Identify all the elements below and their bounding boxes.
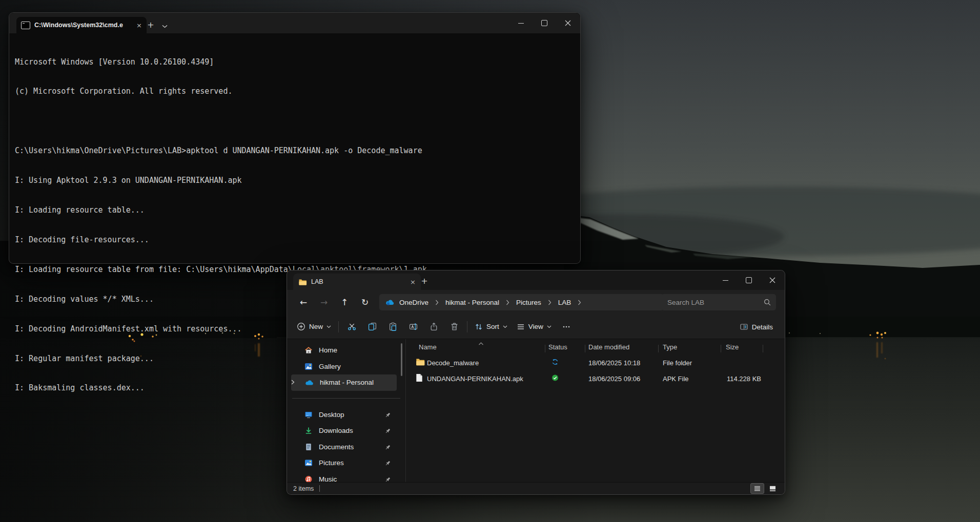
column-header-name[interactable]: Name <box>419 343 437 351</box>
sidebar-item-pictures[interactable]: Pictures <box>287 455 405 471</box>
minimize-button[interactable] <box>713 270 737 290</box>
pin-icon <box>384 444 391 453</box>
terminal-line: I: Using Apktool 2.9.3 on UNDANGAN-PERNI… <box>15 176 574 185</box>
breadcrumb-item-pictures[interactable]: Pictures <box>513 297 545 308</box>
chevron-right-icon[interactable] <box>433 300 441 305</box>
terminal-line <box>15 116 574 126</box>
sidebar-item-label: Music <box>319 475 337 482</box>
sidebar-item-downloads[interactable]: Downloads <box>287 423 405 439</box>
home-icon <box>304 346 313 354</box>
file-type: APK File <box>663 374 689 382</box>
breadcrumb[interactable]: OneDrive hikmat - Personal Pictures LAB <box>379 294 664 310</box>
view-label: View <box>528 323 543 330</box>
sidebar-item-label: Downloads <box>319 427 353 434</box>
explorer-tabbar[interactable]: LAB × + <box>287 270 785 290</box>
column-divider[interactable] <box>721 345 721 352</box>
pin-icon <box>384 411 391 421</box>
new-tab-button[interactable]: + <box>144 18 158 32</box>
explorer-tab-title: LAB <box>311 278 406 285</box>
column-header-status[interactable]: Status <box>548 343 567 351</box>
desktop: C:\Windows\System32\cmd.e × + Microsoft … <box>0 0 980 522</box>
view-button[interactable]: View <box>512 318 556 336</box>
chevron-right-icon[interactable] <box>504 300 512 305</box>
sidebar-item-hikmat-personal[interactable]: hikmat - Personal <box>291 374 397 391</box>
column-divider[interactable] <box>585 345 585 352</box>
column-header-type[interactable]: Type <box>663 343 677 351</box>
chevron-right-icon[interactable] <box>289 379 296 388</box>
more-options-button[interactable] <box>556 318 577 336</box>
close-button[interactable] <box>556 13 580 33</box>
close-button[interactable] <box>761 270 784 290</box>
column-divider[interactable] <box>763 345 763 352</box>
tab-close-icon[interactable]: × <box>410 279 416 285</box>
search-box[interactable] <box>661 294 776 310</box>
chevron-down-icon <box>547 325 552 328</box>
up-button[interactable]: ↑ <box>334 294 355 311</box>
sort-button[interactable]: Sort <box>470 318 512 336</box>
sidebar-item-label: Documents <box>319 443 354 451</box>
file-icon <box>416 373 423 383</box>
refresh-button[interactable]: ↻ <box>355 294 375 311</box>
sort-icon <box>475 323 483 331</box>
maximize-button[interactable] <box>737 270 761 290</box>
chevron-right-icon[interactable] <box>576 300 583 305</box>
plus-circle-icon <box>297 322 305 331</box>
maximize-button[interactable] <box>533 13 556 33</box>
tab-dropdown-icon[interactable] <box>162 21 168 30</box>
new-button[interactable]: New <box>292 318 336 336</box>
folder-icon <box>416 358 425 367</box>
rename-button[interactable] <box>403 318 423 336</box>
cut-button[interactable] <box>341 318 362 336</box>
minimize-button[interactable] <box>509 13 533 33</box>
chevron-right-icon[interactable] <box>546 300 554 305</box>
new-tab-button[interactable]: + <box>417 274 432 288</box>
sidebar-item-documents[interactable]: Documents <box>287 439 405 455</box>
paste-button[interactable] <box>382 318 403 336</box>
sidebar-item-label: hikmat - Personal <box>320 379 374 386</box>
sidebar-item-music[interactable]: Music <box>287 471 405 483</box>
delete-button[interactable] <box>444 318 464 336</box>
sidebar-item-gallery[interactable]: Gallery <box>287 359 405 375</box>
sidebar-item-desktop[interactable]: Desktop <box>287 407 405 423</box>
breadcrumb-item-lab[interactable]: LAB <box>555 297 575 308</box>
breadcrumb-item-onedrive[interactable]: OneDrive <box>396 297 432 308</box>
chevron-down-icon <box>503 325 507 328</box>
terminal-tab-title: C:\Windows\System32\cmd.e <box>34 22 132 29</box>
sidebar-item-label: Pictures <box>319 459 344 467</box>
synced-icon <box>552 374 559 383</box>
details-pane-icon <box>740 323 748 331</box>
column-divider[interactable] <box>658 345 659 352</box>
search-input[interactable] <box>666 298 764 307</box>
back-button[interactable]: ← <box>293 294 314 311</box>
copy-button[interactable] <box>362 318 382 336</box>
share-button[interactable] <box>423 318 444 336</box>
file-row-decode-malware[interactable]: Decode_malware 18/06/2025 10:18 File fol… <box>406 354 785 370</box>
downloads-icon <box>304 427 313 434</box>
forward-button[interactable]: → <box>314 294 334 311</box>
sidebar-item-label: Home <box>319 346 337 354</box>
details-view-button[interactable] <box>750 483 764 494</box>
sidebar-scrollbar[interactable] <box>401 343 403 376</box>
breadcrumb-item-hikmat[interactable]: hikmat - Personal <box>442 297 503 308</box>
column-header-size[interactable]: Size <box>726 343 739 351</box>
details-button[interactable]: Details <box>735 318 778 336</box>
large-icons-view-button[interactable] <box>766 483 780 494</box>
terminal-line: C:\Users\hikma\OneDrive\Pictures\LAB>apk… <box>15 146 574 156</box>
sidebar: Home Gallery hikmat - Personal Desktop <box>287 339 405 482</box>
search-icon <box>764 299 771 306</box>
file-row-undangan-pernikahan-apk[interactable]: UNDANGAN-PERNIKAHAN.apk 18/06/2025 09:06… <box>406 370 785 386</box>
chevron-down-icon <box>326 325 331 328</box>
file-date-modified: 18/06/2025 10:18 <box>588 359 640 366</box>
terminal-titlebar[interactable]: C:\Windows\System32\cmd.e × + <box>9 13 580 33</box>
terminal-tab[interactable]: C:\Windows\System32\cmd.e × <box>16 17 147 33</box>
desktop-icon <box>304 411 313 419</box>
explorer-tab[interactable]: LAB × <box>293 274 421 290</box>
documents-icon <box>304 443 313 451</box>
column-divider[interactable] <box>545 345 545 352</box>
terminal-window: C:\Windows\System32\cmd.e × + Microsoft … <box>9 12 581 264</box>
pin-icon <box>384 427 391 436</box>
tab-close-icon[interactable]: × <box>136 22 142 29</box>
toolbar-divider <box>467 321 467 332</box>
sidebar-item-home[interactable]: Home <box>287 342 405 359</box>
column-header-date-modified[interactable]: Date modified <box>588 343 629 351</box>
